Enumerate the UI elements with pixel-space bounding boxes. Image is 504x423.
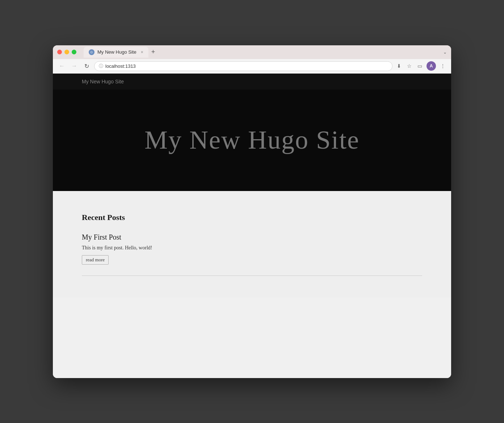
site-header: My New Hugo Site	[53, 74, 451, 90]
address-input[interactable]: ⓘ localhost:1313	[94, 61, 392, 71]
maximize-button[interactable]	[72, 50, 76, 54]
site-header-title[interactable]: My New Hugo Site	[82, 79, 124, 84]
forward-button[interactable]: →	[70, 61, 79, 71]
back-button[interactable]: ←	[57, 61, 67, 71]
browser-window: ⊙ My New Hugo Site × + ⌄ ← → ↻ ⓘ localho…	[53, 45, 451, 378]
hero-title: My New Hugo Site	[144, 125, 360, 155]
site-hero: My New Hugo Site	[53, 90, 451, 191]
website-content: My New Hugo Site My New Hugo Site Recent…	[53, 74, 451, 378]
tab-dropdown-icon[interactable]: ⌄	[443, 50, 447, 55]
tab-title: My New Hugo Site	[97, 49, 136, 55]
address-bar: ← → ↻ ⓘ localhost:1313 ⬇ ☆ ▭ A ⋮	[53, 59, 451, 74]
post-item: My First Post This is my first post. Hel…	[82, 233, 422, 265]
download-icon[interactable]: ⬇	[395, 62, 403, 70]
lock-icon: ⓘ	[99, 63, 103, 69]
tab-bar: ⊙ My New Hugo Site × + ⌄	[84, 47, 447, 58]
menu-icon[interactable]: ⋮	[439, 62, 447, 70]
post-excerpt: This is my first post. Hello, world!	[82, 245, 422, 251]
post-title: My First Post	[82, 233, 422, 241]
avatar[interactable]: A	[427, 61, 436, 71]
new-tab-button[interactable]: +	[148, 47, 158, 57]
toolbar-icons: ⬇ ☆ ▭ A ⋮	[395, 61, 447, 71]
bookmark-icon[interactable]: ☆	[406, 62, 413, 70]
traffic-lights	[57, 50, 76, 54]
recent-posts-heading: Recent Posts	[82, 213, 422, 222]
tab-favicon: ⊙	[89, 49, 94, 55]
read-more-button[interactable]: read more	[82, 255, 109, 265]
active-tab[interactable]: ⊙ My New Hugo Site ×	[84, 47, 148, 58]
title-bar: ⊙ My New Hugo Site × + ⌄	[53, 45, 451, 59]
reload-button[interactable]: ↻	[82, 61, 91, 71]
address-text: localhost:1313	[105, 63, 136, 69]
post-divider	[82, 275, 422, 276]
close-button[interactable]	[57, 50, 62, 54]
minimize-button[interactable]	[64, 50, 69, 54]
site-main-content: Recent Posts My First Post This is my fi…	[53, 191, 451, 298]
sidebar-icon[interactable]: ▭	[416, 62, 424, 70]
tab-close-icon[interactable]: ×	[141, 50, 143, 55]
